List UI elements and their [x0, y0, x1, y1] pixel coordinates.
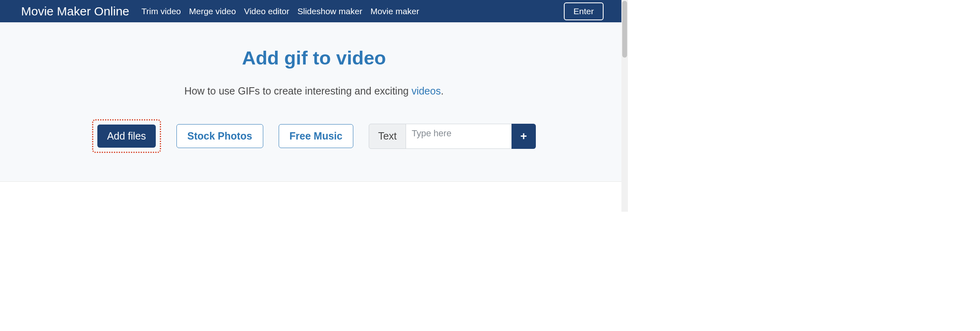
page-title: Add gif to video [0, 47, 628, 69]
text-prefix-label: Text [369, 124, 406, 149]
text-input[interactable] [406, 124, 511, 149]
subtitle-text-before: How to use GIFs to create interesting an… [184, 85, 411, 97]
add-files-button[interactable]: Add files [97, 125, 156, 148]
enter-button[interactable]: Enter [564, 2, 604, 20]
add-text-button[interactable]: + [511, 124, 536, 149]
stock-photos-button[interactable]: Stock Photos [176, 124, 263, 148]
page-subtitle: How to use GIFs to create interesting an… [0, 85, 628, 97]
scrollbar-track[interactable] [621, 0, 628, 212]
nav-trim-video[interactable]: Trim video [142, 6, 181, 16]
brand-logo[interactable]: Movie Maker Online [21, 4, 129, 18]
top-navbar: Movie Maker Online Trim video Merge vide… [0, 0, 628, 22]
nav-merge-video[interactable]: Merge video [189, 6, 236, 16]
scrollbar-thumb[interactable] [622, 1, 627, 58]
text-input-group: Text + [369, 124, 536, 149]
videos-link[interactable]: videos [411, 85, 441, 97]
nav-slideshow-maker[interactable]: Slideshow maker [297, 6, 362, 16]
nav-movie-maker[interactable]: Movie maker [370, 6, 419, 16]
free-music-button[interactable]: Free Music [279, 124, 354, 148]
action-row: Add files Stock Photos Free Music Text + [0, 119, 628, 153]
nav-video-editor[interactable]: Video editor [244, 6, 290, 16]
subtitle-text-after: . [441, 85, 444, 97]
hero-section: Add gif to video How to use GIFs to crea… [0, 22, 628, 182]
nav-links: Trim video Merge video Video editor Slid… [142, 6, 564, 16]
add-files-highlight: Add files [92, 119, 161, 153]
